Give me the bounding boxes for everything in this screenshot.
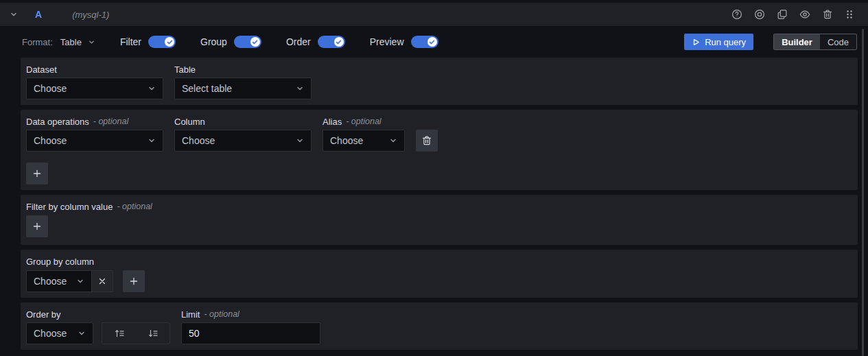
plus-icon — [32, 169, 42, 178]
sort-amount-down-icon — [148, 328, 159, 339]
alias-select-value: Choose — [330, 135, 363, 146]
code-mode-button[interactable]: Code — [820, 34, 856, 49]
filter-label: Filter by column value — [26, 202, 113, 212]
plus-icon — [32, 222, 42, 231]
hide-query-button[interactable] — [798, 8, 812, 21]
column-select[interactable]: Choose — [174, 130, 312, 152]
format-value: Table — [60, 37, 82, 47]
dataset-label: Dataset — [26, 63, 163, 75]
help-button[interactable] — [730, 8, 744, 21]
builder-mode-button[interactable]: Builder — [774, 34, 820, 49]
drag-handle-icon — [845, 9, 854, 20]
table-select-value: Select table — [182, 83, 232, 94]
copy-icon — [777, 9, 788, 20]
optional-hint: - optional — [117, 202, 152, 211]
order-by-select[interactable]: Choose — [26, 322, 93, 344]
drag-query-handle[interactable] — [843, 8, 856, 21]
limit-field: Limit - optional — [181, 308, 320, 344]
chevron-down-icon — [71, 277, 84, 285]
optional-hint: - optional — [204, 309, 239, 319]
vertical-scrollbar[interactable] — [862, 29, 864, 356]
table-select[interactable]: Select table — [174, 78, 312, 99]
filter-toggle-label: Filter — [120, 36, 141, 47]
bullseye-icon — [754, 9, 765, 20]
data-operations-label: Data operations — [26, 117, 89, 127]
table-label: Table — [174, 63, 312, 75]
chevron-down-icon — [384, 137, 397, 145]
chevron-down-icon — [142, 84, 156, 93]
order-toggle-group: Order — [286, 36, 345, 48]
remove-column-row-button[interactable] — [416, 130, 438, 152]
group-by-select[interactable]: Choose — [26, 270, 92, 292]
query-actions — [730, 8, 856, 21]
eye-icon — [799, 9, 810, 20]
question-circle-icon — [731, 9, 742, 20]
duplicate-query-button[interactable] — [775, 8, 789, 21]
chevron-down-icon — [290, 84, 304, 93]
dataset-select[interactable]: Choose — [26, 78, 163, 99]
column-field: Column Choose — [174, 115, 312, 152]
editor-mode-switcher: Builder Code — [773, 34, 857, 50]
chevron-down-icon — [10, 10, 18, 19]
order-by-label: Order by — [26, 308, 170, 320]
check-icon — [334, 37, 344, 47]
remove-group-column-button[interactable] — [91, 270, 113, 292]
preview-toggle-label: Preview — [370, 36, 404, 47]
format-select[interactable]: Format: Table — [22, 37, 95, 47]
dataset-field: Dataset Choose — [26, 63, 163, 99]
add-filter-button[interactable] — [26, 215, 48, 237]
format-label: Format: — [22, 37, 53, 47]
order-toggle[interactable] — [318, 36, 345, 48]
check-icon — [427, 37, 437, 47]
column-label: Column — [174, 115, 312, 128]
group-toggle[interactable] — [234, 36, 261, 48]
bullseye-button[interactable] — [753, 8, 766, 21]
optional-hint: - optional — [93, 117, 128, 126]
alias-label: Alias — [322, 117, 342, 127]
collapse-query-button[interactable] — [10, 10, 18, 19]
group-toggle-label: Group — [200, 36, 227, 47]
sort-descending-button[interactable] — [136, 323, 169, 344]
table-field: Table Select table — [174, 63, 312, 99]
column-select-value: Choose — [182, 135, 215, 146]
group-by-label: Group by column — [26, 255, 852, 268]
select-section: Data operations - optional Choose Column… — [21, 110, 858, 190]
trash-icon — [421, 135, 432, 146]
filter-section: Filter by column value - optional — [21, 195, 858, 245]
filter-toggle[interactable] — [148, 36, 176, 48]
preview-toggle[interactable] — [411, 36, 438, 48]
check-icon — [250, 37, 260, 47]
datasource-name: (mysql-1) — [72, 10, 109, 20]
remove-query-button[interactable] — [821, 8, 834, 21]
query-row-header: A (mysql-1) — [0, 3, 868, 26]
close-icon — [98, 277, 106, 285]
preview-toggle-group: Preview — [370, 36, 438, 48]
sort-amount-up-icon — [114, 328, 125, 339]
filter-toggle-group: Filter — [120, 36, 176, 48]
add-group-column-button[interactable] — [123, 270, 145, 292]
dataset-table-section: Dataset Choose Table Select table — [21, 58, 858, 105]
trash-icon — [822, 9, 833, 20]
data-operations-select[interactable]: Choose — [26, 130, 163, 152]
group-by-select-value: Choose — [34, 276, 67, 287]
limit-input[interactable] — [181, 322, 320, 344]
sort-direction-group — [102, 322, 170, 344]
order-by-select-value: Choose — [34, 328, 67, 339]
order-toggle-label: Order — [286, 36, 311, 47]
query-ref-id[interactable]: A — [35, 9, 42, 20]
chevron-down-icon — [88, 38, 95, 46]
plus-icon — [129, 276, 139, 286]
order-by-field: Order by Choose — [26, 308, 170, 344]
group-toggle-group: Group — [200, 36, 261, 48]
add-column-row-button[interactable] — [26, 163, 48, 185]
data-operations-select-value: Choose — [34, 135, 67, 146]
sort-ascending-button[interactable] — [102, 323, 136, 344]
query-builder-sections: Dataset Choose Table Select table — [21, 58, 858, 350]
alias-select[interactable]: Choose — [322, 130, 405, 152]
chevron-down-icon — [72, 329, 86, 337]
run-query-button[interactable]: Run query — [684, 34, 753, 50]
play-icon — [692, 38, 701, 47]
chevron-down-icon — [142, 137, 156, 145]
check-icon — [165, 37, 174, 47]
order-limit-section: Order by Choose — [21, 302, 858, 350]
